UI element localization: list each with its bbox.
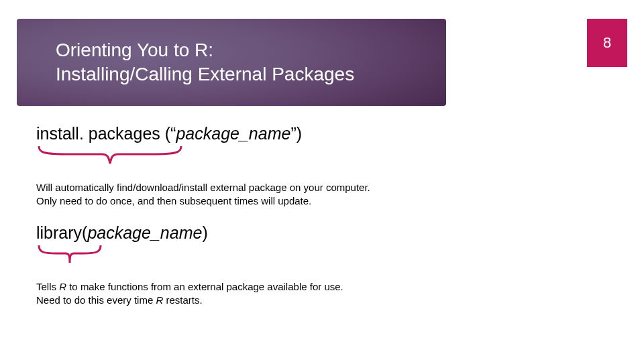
desc-line: Only need to do once, and then subsequen… <box>36 195 311 206</box>
title-line-1: Orienting You to R: <box>56 40 213 60</box>
install-description: Will automatically find/download/install… <box>36 181 617 208</box>
code-text: install. packages (“ <box>36 124 176 143</box>
library-description: Tells R to make functions from an extern… <box>36 280 617 308</box>
slide-body: install. packages (“package_name”) Will … <box>36 124 617 322</box>
title-line-2: Installing/Calling External Packages <box>56 64 354 84</box>
page-number-badge: 8 <box>587 19 627 67</box>
code-text: ”) <box>290 124 302 143</box>
desc-line: Will automatically find/download/install… <box>36 182 370 193</box>
curly-bracket-icon <box>36 145 184 174</box>
bracket-annotation <box>36 244 617 274</box>
desc-text: restarts. <box>163 294 202 306</box>
code-install-packages: install. packages (“package_name”) <box>36 124 617 143</box>
curly-bracket-icon <box>36 244 103 274</box>
desc-text: Need to do this every time <box>36 294 156 306</box>
desc-text: to make functions from an external packa… <box>66 281 343 292</box>
code-argument: package_name <box>176 124 290 143</box>
desc-ital: R <box>59 281 66 292</box>
slide-title: Orienting You to R: Installing/Calling E… <box>56 38 354 86</box>
code-text: library( <box>36 223 87 242</box>
code-text: ) <box>202 223 207 242</box>
desc-ital: R <box>156 294 163 306</box>
desc-text: Tells <box>36 281 59 292</box>
title-banner: Orienting You to R: Installing/Calling E… <box>17 19 446 106</box>
code-argument: package_name <box>87 223 202 242</box>
code-library: library(package_name) <box>36 223 617 243</box>
bracket-annotation <box>36 145 617 174</box>
page-number: 8 <box>603 34 611 52</box>
